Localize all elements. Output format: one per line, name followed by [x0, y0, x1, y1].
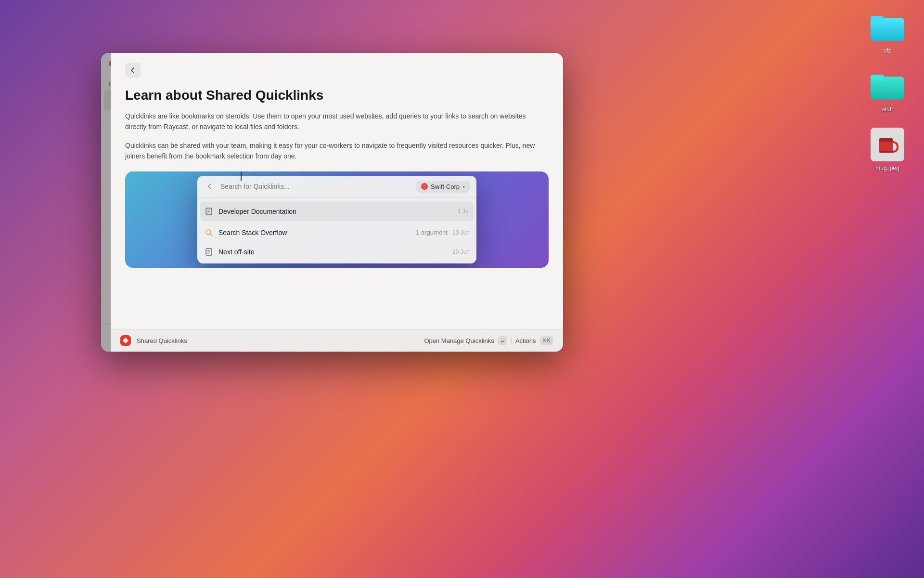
mug-label: mug.jpeg: [875, 165, 899, 171]
ufp-label: ufp: [884, 47, 892, 54]
modal-footer: Shared Quicklinks Open Manage Quicklinks…: [111, 329, 563, 352]
stuff-label: stuff: [882, 106, 893, 113]
footer-actions: Open Manage Quicklinks ↵ Actions ⌘ K: [424, 336, 553, 345]
search-orange-icon: [204, 228, 214, 237]
ql-item-date-0: 1 Jul: [458, 208, 470, 215]
svg-rect-2: [871, 16, 884, 22]
open-manage-quicklinks-button[interactable]: Open Manage Quicklinks: [424, 337, 494, 344]
ql-item-name-0: Developer Documentation: [218, 208, 453, 215]
org-selector[interactable]: Swift Corp ▾: [416, 181, 470, 193]
desktop: ufp stuff: [0, 0, 924, 578]
svg-rect-4: [871, 75, 884, 80]
learn-modal-paragraph-2: Quicklinks can be shared with your team,…: [125, 140, 549, 162]
folder-svg: [871, 13, 904, 41]
folder-cyan-icon: [871, 13, 904, 41]
open-keyboard-shortcut: ↵: [498, 336, 507, 345]
chevron-down-icon: ▾: [462, 184, 465, 189]
actions-keyboard-shortcut: ⌘ K: [540, 336, 553, 345]
ql-item-date-2: 20 Jun: [452, 249, 470, 255]
desktop-icon-stuff[interactable]: stuff: [870, 68, 905, 113]
raycast-logo: [120, 335, 131, 346]
learn-modal-header: Learn about Shared Quicklinks: [111, 53, 563, 111]
quicklinks-list: Developer Documentation 1 Jul: [197, 198, 476, 263]
learn-modal-body: Quicklinks are like bookmarks on steroid…: [111, 111, 563, 329]
svg-line-15: [210, 234, 212, 236]
back-button[interactable]: [125, 63, 141, 78]
footer-section-name: Shared Quicklinks: [137, 337, 187, 344]
k-key: K: [547, 337, 551, 344]
desktop-icon-ufp[interactable]: ufp: [870, 10, 905, 54]
desktop-icons: ufp stuff: [870, 10, 905, 171]
cursor: [241, 171, 242, 181]
ql-item-name-2: Next off-site: [218, 248, 448, 256]
ql-item-name-1: Search Stack Overflow: [218, 229, 407, 236]
folder-teal-svg: [871, 72, 904, 100]
demo-preview: Swift Corp ▾: [125, 171, 549, 268]
raycast-window: Organizations Moodjoy + + Create New Org…: [101, 53, 563, 352]
ql-item-arg-1: 1 argument: [416, 229, 448, 236]
mug-image-icon: [871, 128, 904, 161]
folder-teal-icon: [871, 72, 904, 100]
list-item[interactable]: Next off-site 20 Jun: [197, 242, 476, 262]
doc-icon: [204, 207, 214, 216]
ql-back-icon: [204, 181, 216, 192]
learn-modal: Learn about Shared Quicklinks Quicklinks…: [111, 53, 563, 352]
org-selector-dot: [421, 183, 428, 190]
footer-divider: [511, 337, 512, 344]
quicklinks-panel: Swift Corp ▾: [197, 176, 476, 263]
ql-item-date-1: 20 Jun: [452, 229, 470, 236]
doc-icon-2: [204, 247, 214, 257]
learn-modal-paragraph-1: Quicklinks are like bookmarks on steroid…: [125, 111, 549, 132]
quicklinks-search-bar: Swift Corp ▾: [197, 176, 476, 198]
list-item[interactable]: Developer Documentation 1 Jul: [200, 202, 474, 221]
list-item[interactable]: Search Stack Overflow 1 argument 20 Jun: [197, 223, 476, 242]
desktop-icon-mug[interactable]: mug.jpeg: [870, 127, 905, 171]
quicklinks-search-input[interactable]: [220, 183, 411, 190]
svg-rect-7: [879, 151, 893, 153]
org-selector-name: Swift Corp: [431, 183, 460, 190]
svg-rect-6: [879, 138, 893, 142]
cmd-key: ⌘: [543, 337, 546, 344]
actions-button[interactable]: Actions: [515, 337, 536, 344]
learn-modal-title: Learn about Shared Quicklinks: [125, 88, 549, 103]
